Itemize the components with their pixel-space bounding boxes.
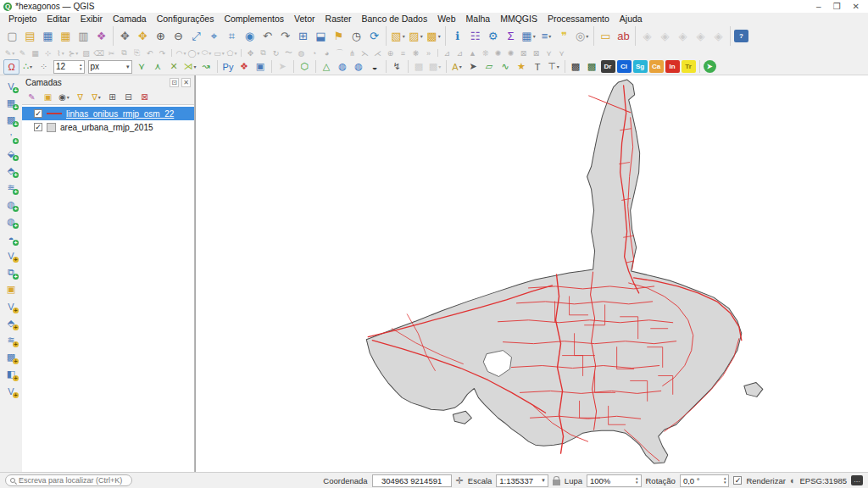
menu-web[interactable]: Web	[432, 13, 460, 25]
zoom-out-icon[interactable]: ⊖	[170, 27, 187, 45]
new-project-icon[interactable]: ▢	[3, 27, 21, 45]
chevron-down-icon[interactable]: ▾	[75, 50, 78, 56]
add-wms-layer-icon[interactable]: ◍+	[3, 197, 19, 213]
layer-visibility-checkbox[interactable]: ✓	[34, 123, 42, 131]
add-marker-annotation-icon[interactable]: ★	[514, 59, 530, 75]
identify-features-icon[interactable]: ℹ	[448, 27, 466, 45]
osm-place-search-icon[interactable]: ◎▾	[573, 27, 591, 45]
marker-size-spin[interactable]: ▴▾	[53, 60, 85, 74]
street-view-plugin-icon[interactable]: ◒	[367, 59, 383, 75]
enable-snapping-icon[interactable]: Ω	[3, 59, 19, 75]
magnifier-spin[interactable]: ▴▾	[587, 474, 642, 487]
save-project-as-icon[interactable]: ▦	[57, 27, 75, 45]
add-vector-layer-icon[interactable]: V+	[3, 78, 19, 94]
add-spatialite-layer-icon[interactable]: ⬘+	[3, 163, 19, 179]
new-print-layout-icon[interactable]: ▥	[75, 27, 92, 45]
magnifier-input[interactable]	[590, 476, 634, 485]
spatial-bookmarks-icon[interactable]: ⚑	[330, 27, 348, 45]
menu-banco-de-dados[interactable]: Banco de Dados	[357, 13, 433, 25]
scale-combo[interactable]: ▾	[496, 474, 548, 487]
zoom-full-icon[interactable]: ⤢	[187, 27, 205, 45]
menu-malha[interactable]: Malha	[461, 13, 496, 25]
chevron-down-icon[interactable]: ▾	[557, 64, 559, 69]
minimize-button[interactable]: –	[816, 2, 821, 12]
chevron-down-icon[interactable]: ▾	[542, 477, 545, 484]
add-db-layer-icon[interactable]: ≋+	[3, 180, 19, 196]
add-text-annotation-tool-icon[interactable]: T	[530, 59, 546, 75]
chevron-down-icon[interactable]: ▾	[533, 33, 536, 39]
chevron-down-icon[interactable]: ▾	[62, 50, 64, 56]
qgis-plugin-map-icon[interactable]: ❖	[236, 59, 253, 75]
save-project-icon[interactable]: ▦	[39, 27, 57, 45]
python-console-icon[interactable]: Py	[220, 59, 236, 75]
form-annotation-icon[interactable]: ⊤▾	[546, 59, 562, 75]
chevron-down-icon[interactable]: ▾	[459, 64, 462, 69]
new-mesh-layer-icon[interactable]: ▩+	[3, 349, 19, 365]
chevron-down-icon[interactable]: ▾	[438, 64, 441, 69]
scp-dr-button[interactable]: Dr	[601, 60, 615, 73]
manage-map-themes-icon[interactable]: ◉▾	[57, 90, 71, 103]
scp-working-toolbar-icon[interactable]: ▩	[584, 59, 600, 75]
layer-labeling-options-icon[interactable]: ab	[615, 27, 632, 45]
new-geopackage-layer-icon[interactable]: ⬘+	[3, 315, 19, 331]
map-tips-icon[interactable]: ❞	[555, 27, 573, 45]
chevron-down-icon[interactable]: ▾	[438, 33, 441, 39]
scp-tr-button[interactable]: Tr	[682, 60, 696, 73]
pan-map-icon[interactable]: ✥	[116, 27, 134, 45]
menu-complementos[interactable]: Complementos	[219, 13, 289, 25]
add-postgis-layer-icon[interactable]: ⬙+	[3, 146, 19, 162]
open-project-icon[interactable]: ▤	[21, 27, 39, 45]
add-wfs-layer-icon[interactable]: ◓+	[3, 230, 19, 247]
annotation-style-icon[interactable]: A▾	[449, 59, 465, 75]
expand-all-icon[interactable]: ⊞	[105, 90, 120, 103]
show-layout-manager-icon[interactable]: ❖	[92, 27, 110, 45]
panel-close-button[interactable]: ✕	[181, 78, 191, 87]
filter-legend-by-expression-icon[interactable]: ∇▾	[89, 90, 103, 103]
menu-ajuda[interactable]: Ajuda	[615, 13, 648, 25]
messages-icon[interactable]: …	[851, 475, 863, 485]
spin-arrows-icon[interactable]: ▴▾	[78, 63, 82, 71]
select-by-value-icon[interactable]: ▨▾	[407, 27, 425, 45]
restore-button[interactable]: ❐	[833, 2, 841, 12]
scale-input[interactable]	[499, 476, 542, 485]
zoom-last-icon[interactable]: ↶	[259, 27, 276, 45]
spin-arrows-icon[interactable]: ▴▾	[634, 476, 638, 485]
image-export-plugin-icon[interactable]: ▣	[253, 59, 269, 75]
show-sum-statistics-icon[interactable]: Σ	[502, 27, 520, 45]
snapping-options-icon[interactable]: ∴▾	[19, 59, 36, 75]
menu-exibir[interactable]: Exibir	[75, 13, 108, 25]
new-3d-map-view-icon[interactable]: ⬓	[312, 27, 330, 45]
open-attribute-table-icon[interactable]: ▦▾	[520, 27, 537, 45]
locator-search[interactable]	[5, 474, 132, 486]
new-map-view-icon[interactable]: ⊞	[294, 27, 312, 45]
chevron-down-icon[interactable]: ▾	[420, 33, 423, 39]
statistical-summary-icon[interactable]: ☷	[466, 27, 484, 45]
remove-vertex-tool-icon[interactable]: ✕	[166, 59, 182, 75]
zoom-to-selection-icon[interactable]: ⌖	[205, 27, 223, 45]
panel-undock-button[interactable]: ⊡	[170, 78, 179, 87]
topology-segment-tool-icon[interactable]: ⋏	[150, 59, 166, 75]
scp-ca-button[interactable]: Ca	[649, 60, 664, 73]
deselect-features-icon[interactable]: ▩▾	[425, 27, 442, 45]
zoom-native-icon[interactable]: ◉	[241, 27, 259, 45]
new-shapefile-layer-icon[interactable]: V+	[3, 298, 19, 314]
rotation-input[interactable]	[683, 476, 722, 485]
add-raster-layer-icon[interactable]: ▦+	[3, 95, 19, 111]
zoom-next-icon[interactable]: ↷	[276, 27, 294, 45]
chevron-down-icon[interactable]: ▾	[30, 64, 32, 69]
chevron-down-icon[interactable]: ▾	[586, 33, 588, 39]
chevron-down-icon[interactable]: ▾	[209, 50, 211, 56]
split-line-tool-icon[interactable]: ⋊▾	[182, 59, 198, 75]
chevron-down-icon[interactable]: ▾	[126, 64, 130, 70]
add-virtual-layer-icon[interactable]: V+	[3, 247, 19, 263]
menu-projeto[interactable]: Projeto	[3, 13, 42, 25]
zoom-in-icon[interactable]: ⊕	[152, 27, 170, 45]
chevron-down-icon[interactable]: ▾	[12, 50, 14, 56]
add-group-icon[interactable]: ▣	[41, 90, 55, 103]
add-mesh-layer-icon[interactable]: ▩+	[3, 112, 19, 128]
close-button[interactable]: ✕	[853, 2, 860, 12]
zoom-to-layer-icon[interactable]: ⌗	[223, 27, 241, 45]
add-polygon-annotation-icon[interactable]: ▱	[481, 59, 498, 75]
add-delimited-text-layer-icon[interactable]: ’+	[3, 129, 19, 145]
scp-cl-button[interactable]: Cl	[617, 60, 632, 73]
